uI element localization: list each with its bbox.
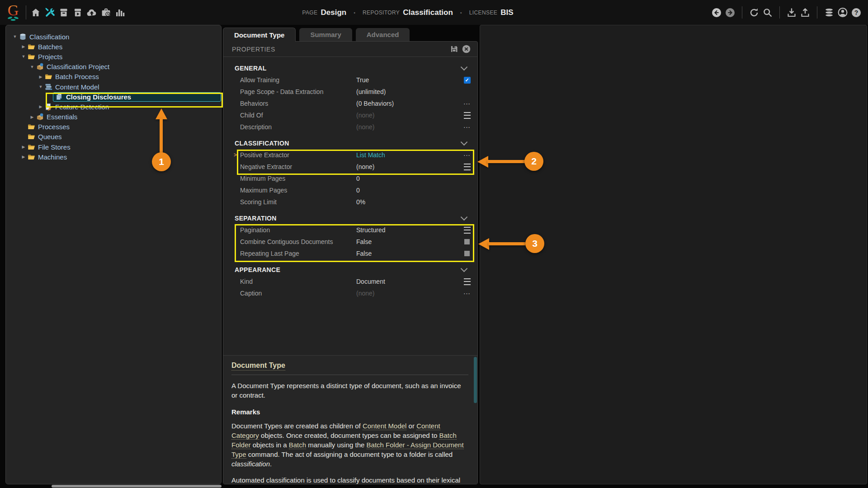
property-value[interactable]: (none) (356, 290, 457, 297)
selected-tree-item-box[interactable]: Closing Disclosures (53, 92, 221, 102)
property-value[interactable]: False (356, 250, 457, 257)
property-value[interactable]: Structured (356, 226, 457, 234)
expander-icon[interactable]: ▶ (20, 155, 27, 159)
tree-item-classification[interactable]: ▼Classification (6, 32, 221, 42)
expander-icon[interactable]: ▶ (37, 104, 44, 109)
tree-item-classification-project[interactable]: ▼Classification Project (6, 62, 221, 72)
tab-document-type[interactable]: Document Type (223, 28, 296, 42)
menu-button[interactable] (457, 112, 477, 119)
menu-button[interactable] (457, 227, 477, 234)
checkbox-control[interactable] (457, 251, 477, 256)
user-icon[interactable] (837, 7, 848, 18)
expander-icon[interactable]: ▶ (37, 75, 44, 79)
property-value[interactable]: List Match (356, 151, 457, 159)
ellipsis-icon[interactable]: ... (463, 152, 471, 155)
expander-icon[interactable]: ▶ (20, 44, 27, 49)
property-row-kind[interactable]: KindDocument (223, 276, 477, 287)
design-tools-icon[interactable] (44, 7, 56, 19)
tab-summary[interactable]: Summary (299, 28, 352, 42)
property-value[interactable]: (none) (356, 112, 457, 119)
property-value[interactable]: (none) (356, 163, 457, 170)
property-value[interactable]: True (356, 76, 457, 84)
property-row-child-of[interactable]: Child Of(none) (223, 109, 477, 121)
checkbox-control[interactable] (457, 239, 477, 244)
property-row-description[interactable]: Description(none)... (223, 121, 477, 133)
expander-icon[interactable]: ▼ (28, 65, 36, 69)
ellipsis-icon[interactable]: ... (463, 100, 471, 104)
close-icon[interactable] (462, 44, 471, 54)
property-row-negative-extractor[interactable]: Negative Extractor(none) (223, 161, 477, 173)
tab-advanced[interactable]: Advanced (356, 28, 410, 42)
ellipsis-button[interactable]: ... (457, 155, 477, 155)
tree-item-projects[interactable]: ▼Projects (6, 52, 221, 61)
property-row-caption[interactable]: Caption(none)... (223, 287, 477, 299)
doc-link[interactable]: Content Model (363, 422, 407, 430)
chevron-down-icon[interactable] (461, 265, 468, 272)
checkbox-unchecked-icon[interactable] (464, 239, 470, 244)
tree-item-content-model[interactable]: ▼Content Model (6, 82, 221, 92)
property-value[interactable]: False (356, 238, 457, 245)
chevron-down-icon[interactable] (461, 138, 468, 145)
menu-icon[interactable] (464, 227, 471, 234)
ellipsis-icon[interactable]: ... (463, 290, 471, 294)
tasks-box-icon[interactable] (72, 7, 84, 19)
expander-icon[interactable]: ▼ (37, 84, 44, 89)
property-row-minimum-pages[interactable]: Minimum Pages0 (223, 173, 477, 184)
menu-icon[interactable] (464, 278, 471, 285)
forward-icon[interactable] (725, 7, 736, 18)
property-row-repeating-last-page[interactable]: Repeating Last PageFalse (223, 248, 477, 259)
batches-archive-icon[interactable] (58, 7, 70, 19)
ellipsis-button[interactable]: ... (457, 293, 477, 294)
database-icon[interactable] (824, 7, 835, 18)
checkbox-unchecked-icon[interactable] (464, 251, 470, 256)
back-icon[interactable] (711, 7, 722, 18)
tree-item-closing-disclosures[interactable]: Closing Disclosures (6, 92, 221, 102)
grooper-logo[interactable]: G (5, 1, 24, 24)
tree-item-feature-detection[interactable]: ▶Feature Detection (6, 102, 221, 112)
tree-item-batch-process[interactable]: ▶Batch Process (6, 72, 221, 82)
expander-icon[interactable]: ▼ (20, 54, 27, 59)
tree-item-queues[interactable]: Queues (6, 132, 221, 142)
expander-icon[interactable]: ▶ (28, 115, 36, 119)
expander-icon[interactable]: ▶ (20, 145, 27, 149)
property-row-maximum-pages[interactable]: Maximum Pages0 (223, 184, 477, 196)
property-row-page-scope-data-extraction[interactable]: Page Scope - Data Extraction(unlimited) (223, 86, 477, 98)
search-icon[interactable] (762, 7, 773, 18)
property-row-scoring-limit[interactable]: Scoring Limit0% (223, 196, 477, 208)
property-row-combine-contiguous-documents[interactable]: Combine Contiguous DocumentsFalse (223, 236, 477, 248)
menu-icon[interactable] (464, 164, 471, 170)
checkbox-checked-icon[interactable]: ✓ (464, 77, 471, 84)
tree-item-batches[interactable]: ▶Batches (6, 42, 221, 52)
property-value[interactable]: (unlimited) (356, 88, 457, 95)
doc-title-link[interactable]: Document Type (231, 361, 285, 371)
jobs-briefcase-icon[interactable] (100, 7, 112, 19)
tree-item-essentials[interactable]: ▶Essentials (6, 112, 221, 122)
ellipsis-button[interactable]: ... (457, 127, 477, 127)
stats-bars-icon[interactable] (114, 7, 126, 19)
ellipsis-icon[interactable]: ... (463, 124, 471, 127)
menu-button[interactable] (457, 278, 477, 285)
chevron-down-icon[interactable] (461, 63, 468, 70)
property-value[interactable]: 0 (356, 187, 457, 194)
doc-scrollbar-thumb[interactable] (474, 357, 477, 403)
property-value[interactable]: 0 (356, 175, 457, 182)
checkbox-control[interactable]: ✓ (457, 77, 477, 84)
property-row-pagination[interactable]: PaginationStructured (223, 224, 477, 236)
tree-item-processes[interactable]: Processes (6, 122, 221, 132)
tree-item-machines[interactable]: ▶Machines (6, 152, 221, 162)
doc-link[interactable]: Batch (289, 441, 306, 449)
cloud-upload-icon[interactable] (86, 7, 98, 19)
home-icon[interactable] (30, 7, 42, 19)
property-row-positive-extractor[interactable]: >Positive ExtractorList Match... (223, 149, 477, 161)
property-value[interactable]: (0 Behaviors) (356, 100, 457, 107)
property-row-allow-training[interactable]: Allow TrainingTrue✓ (223, 74, 477, 86)
refresh-icon[interactable] (749, 7, 760, 18)
row-expander-icon[interactable]: > (223, 152, 240, 158)
tree-horizontal-scrollbar[interactable] (52, 485, 222, 488)
download-icon[interactable] (786, 7, 797, 18)
property-value[interactable]: (none) (356, 123, 457, 131)
help-icon[interactable]: ? (851, 7, 862, 18)
save-icon[interactable] (449, 44, 459, 54)
expander-icon[interactable]: ▼ (11, 34, 19, 39)
property-value[interactable]: Document (356, 278, 457, 285)
